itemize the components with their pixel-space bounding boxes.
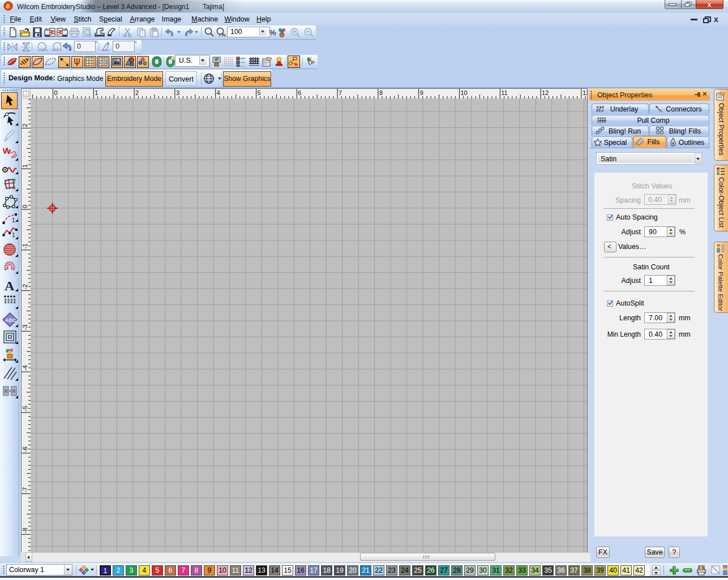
svg-text:-3: -3 <box>22 325 28 330</box>
svg-text:1: 1 <box>95 89 98 96</box>
svg-text:8: 8 <box>379 89 383 96</box>
svg-text:-1: -1 <box>22 243 28 249</box>
svg-text:1: 1 <box>22 164 28 167</box>
svg-text:-4: -4 <box>22 365 28 371</box>
svg-text:-5: -5 <box>22 406 28 411</box>
svg-text:12: 12 <box>542 89 549 96</box>
svg-text:-2: -2 <box>22 284 28 290</box>
svg-text:11: 11 <box>501 89 507 96</box>
svg-text:2: 2 <box>22 123 28 127</box>
svg-text:PPM: PPM <box>599 119 606 123</box>
svg-text:ABC: ABC <box>5 317 16 323</box>
svg-text:0: 0 <box>22 205 28 208</box>
svg-text:6: 6 <box>298 89 301 96</box>
svg-text:4: 4 <box>217 89 220 96</box>
svg-text:10: 10 <box>461 89 468 96</box>
svg-text:3: 3 <box>176 89 179 96</box>
svg-text:-7: -7 <box>22 487 28 493</box>
svg-text:1:1: 1:1 <box>219 33 224 37</box>
svg-text:2: 2 <box>135 89 139 96</box>
svg-text:5: 5 <box>258 89 261 96</box>
svg-text:-6: -6 <box>22 446 28 452</box>
svg-text:-8: -8 <box>22 528 28 534</box>
svg-text:7: 7 <box>339 89 342 96</box>
svg-text:13: 13 <box>583 89 587 96</box>
svg-text:9: 9 <box>420 89 423 96</box>
svg-text:0: 0 <box>54 89 58 96</box>
